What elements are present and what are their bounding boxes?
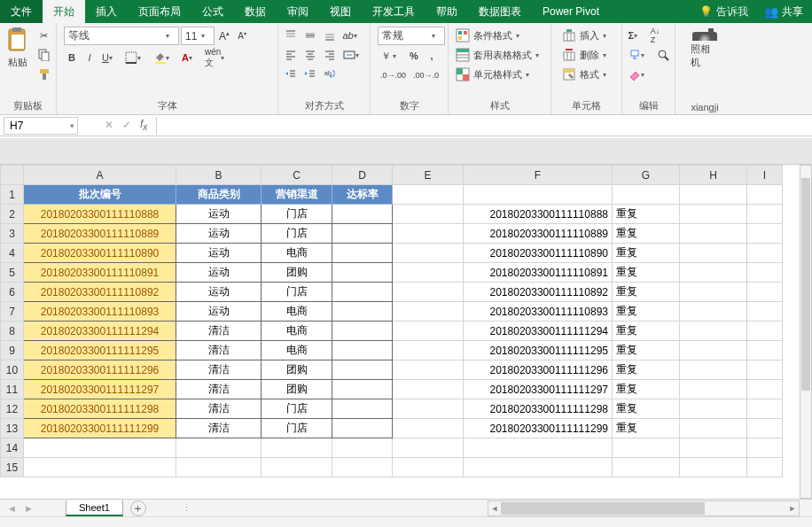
decrease-font-button[interactable]: A▾ (234, 27, 250, 45)
border-button[interactable]: ▾ (122, 49, 149, 66)
col-header-B[interactable]: B (176, 166, 262, 185)
cell-B10[interactable]: 清洁 (176, 360, 262, 380)
hscroll-right[interactable]: ► (786, 504, 799, 513)
cell-G8[interactable]: 重复 (613, 322, 680, 341)
cell-H5[interactable] (680, 263, 747, 283)
cell-E15[interactable] (393, 458, 464, 477)
underline-button[interactable]: U▾ (99, 49, 121, 66)
cell-H6[interactable] (680, 283, 747, 302)
find-button[interactable] (654, 46, 672, 64)
tab-file[interactable]: 文件 (0, 0, 43, 23)
row-header-4[interactable]: 4 (1, 244, 24, 263)
cell-D4[interactable] (332, 244, 393, 263)
cell-F5[interactable]: 20180203300111110891 (464, 263, 613, 283)
cell-E14[interactable] (393, 438, 464, 458)
tab-datachart[interactable]: 数据图表 (468, 0, 532, 23)
col-header-H[interactable]: H (680, 166, 747, 185)
cell-H1[interactable] (680, 185, 747, 205)
cell-H9[interactable] (680, 341, 747, 360)
cell-D2[interactable] (332, 205, 393, 224)
new-sheet-button[interactable]: ＋ (130, 500, 146, 516)
sort-filter-button[interactable]: A↓Z (647, 27, 663, 44)
cell-A1[interactable]: 批次编号 (24, 185, 176, 205)
font-color-button[interactable]: A▾ (179, 49, 200, 66)
cell-E13[interactable] (393, 419, 464, 438)
row-header-9[interactable]: 9 (1, 341, 24, 360)
percent-button[interactable]: % (406, 47, 422, 65)
cell-D8[interactable] (332, 322, 393, 341)
cell-B8[interactable]: 清洁 (176, 322, 262, 341)
increase-decimal-button[interactable]: .0→.00 (378, 66, 409, 84)
cell-D3[interactable] (332, 224, 393, 244)
italic-button[interactable]: I (82, 49, 98, 66)
cell-D9[interactable] (332, 341, 393, 360)
fill-color-button[interactable]: ▾ (151, 49, 177, 66)
format-cells-button[interactable]: 格式▾ (559, 66, 614, 83)
cell-B11[interactable]: 清洁 (176, 380, 262, 399)
autosum-button[interactable]: Σ▾ (626, 27, 646, 44)
align-center-button[interactable] (301, 46, 319, 64)
col-header-G[interactable]: G (613, 166, 680, 185)
tab-nav-prev[interactable]: ◄ (7, 503, 17, 514)
tab-view[interactable]: 视图 (319, 0, 362, 23)
cell-H15[interactable] (680, 458, 747, 477)
cell-F12[interactable]: 20180203300111111298 (464, 399, 613, 419)
col-header-E[interactable]: E (393, 166, 464, 185)
phonetic-button[interactable]: wén文▾ (202, 49, 232, 66)
cell-G2[interactable]: 重复 (613, 205, 680, 224)
cell-F3[interactable]: 20180203300111110889 (464, 224, 613, 244)
cell-A2[interactable]: 20180203300111110888 (24, 205, 176, 224)
cell-D6[interactable] (332, 283, 393, 302)
row-header-1[interactable]: 1 (1, 185, 24, 205)
cell-E4[interactable] (393, 244, 464, 263)
cell-C9[interactable]: 电商 (262, 341, 332, 360)
col-header-A[interactable]: A (24, 166, 176, 185)
cell-F6[interactable]: 20180203300111110892 (464, 283, 613, 302)
cell-F15[interactable] (464, 458, 613, 477)
row-header-8[interactable]: 8 (1, 322, 24, 341)
row-header-2[interactable]: 2 (1, 205, 24, 224)
cell-I13[interactable] (747, 419, 783, 438)
font-name-dropdown[interactable]: 等线▾ (64, 27, 179, 45)
align-right-button[interactable] (321, 46, 339, 64)
paste-button[interactable]: 粘贴 (4, 27, 32, 69)
cell-I9[interactable] (747, 341, 783, 360)
col-header-D[interactable]: D (332, 166, 393, 185)
clear-button[interactable]: ▾ (626, 66, 652, 83)
cell-E7[interactable] (393, 302, 464, 322)
worksheet-grid[interactable]: ABCDEFGHI 1批次编号商品类别营销渠道达标率22018020330011… (0, 138, 812, 500)
cell-A13[interactable]: 20180203300111111299 (24, 419, 176, 438)
cell-E10[interactable] (393, 360, 464, 380)
cell-E8[interactable] (393, 322, 464, 341)
cell-E12[interactable] (393, 399, 464, 419)
cell-A3[interactable]: 20180203300111110889 (24, 224, 176, 244)
insert-cells-button[interactable]: 插入▾ (559, 27, 614, 44)
cell-B12[interactable]: 清洁 (176, 399, 262, 419)
cell-A4[interactable]: 20180203300111110890 (24, 244, 176, 263)
cell-D12[interactable] (332, 399, 393, 419)
cell-F10[interactable]: 20180203300111111296 (464, 360, 613, 380)
enter-icon[interactable]: ✓ (122, 119, 131, 131)
cell-F14[interactable] (464, 438, 613, 458)
accounting-button[interactable]: ￥▾ (378, 47, 404, 65)
cell-I2[interactable] (747, 205, 783, 224)
cell-G11[interactable]: 重复 (613, 380, 680, 399)
cell-G14[interactable] (613, 438, 680, 458)
tab-home[interactable]: 开始 (43, 0, 85, 23)
cell-H8[interactable] (680, 322, 747, 341)
cell-B2[interactable]: 运动 (176, 205, 262, 224)
share-button[interactable]: 👥 共享 (755, 4, 812, 19)
cell-H4[interactable] (680, 244, 747, 263)
cell-F1[interactable] (464, 185, 613, 205)
cell-H2[interactable] (680, 205, 747, 224)
cell-F8[interactable]: 20180203300111111294 (464, 322, 613, 341)
cell-G7[interactable]: 重复 (613, 302, 680, 322)
row-header-15[interactable]: 15 (1, 458, 24, 477)
cell-I8[interactable] (747, 322, 783, 341)
cell-H7[interactable] (680, 302, 747, 322)
align-top-button[interactable] (282, 27, 300, 44)
cell-A5[interactable]: 20180203300111110891 (24, 263, 176, 283)
select-all-corner[interactable] (1, 166, 24, 185)
cell-I5[interactable] (747, 263, 783, 283)
cell-F13[interactable]: 20180203300111111299 (464, 419, 613, 438)
